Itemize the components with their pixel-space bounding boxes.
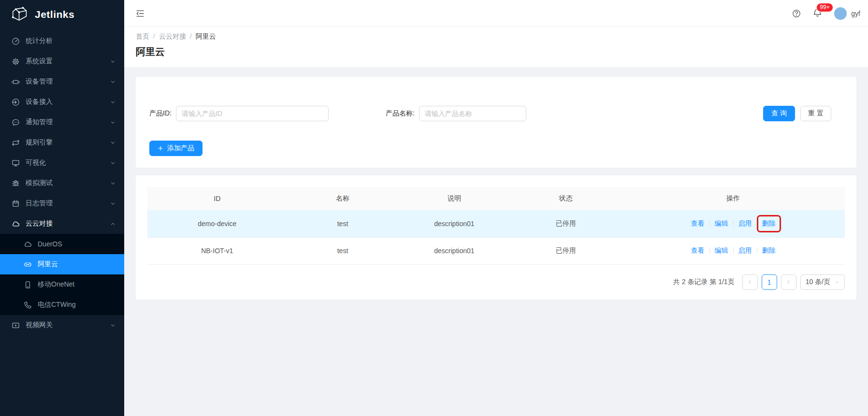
help-icon[interactable] [792, 9, 801, 18]
add-row: 添加产品 [149, 141, 843, 156]
cloud-icon [24, 240, 32, 248]
device-access-icon [12, 98, 20, 106]
menu-fold-icon[interactable] [136, 9, 145, 18]
enable-action-link[interactable]: 启用 [738, 246, 752, 254]
sidebar-item-device-access[interactable]: 设备接入 [0, 92, 124, 112]
sidebar-item-label: 阿里云 [38, 260, 58, 269]
column-header-操作: 操作 [622, 187, 845, 210]
breadcrumb-item-1[interactable]: 首页 [136, 32, 149, 41]
sidebar-item-label: 模拟测试 [26, 179, 53, 187]
breadcrumb-item-3: 阿里云 [196, 32, 216, 41]
devices-icon [12, 78, 20, 86]
cell-id: demo-device [147, 210, 287, 237]
query-button[interactable]: 查 询 [763, 106, 795, 121]
notification-badge: 99+ [816, 3, 833, 12]
reset-button[interactable]: 重 置 [800, 106, 831, 121]
pagination-prev-button[interactable] [742, 274, 758, 290]
pagination-summary: 共 2 条记录 第 1/1页 [673, 278, 735, 287]
edit-action-link[interactable]: 编辑 [715, 219, 728, 227]
product-id-input[interactable] [176, 106, 329, 121]
action-divider [733, 247, 734, 254]
view-action-link[interactable]: 查看 [691, 246, 705, 254]
pagination-page-1[interactable]: 1 [762, 274, 777, 290]
sidebar-item-telecom-ctwing[interactable]: 电信CTWing [0, 295, 124, 315]
cell-status: 已停用 [510, 210, 622, 237]
sidebar-submenu: DuerOS阿里云移动OneNet电信CTWing [0, 234, 124, 315]
action-divider [733, 220, 734, 227]
breadcrumb: 首页/云云对接/阿里云 [136, 32, 856, 41]
cell-actions: 查看编辑启用删除 [622, 210, 845, 237]
sidebar-item-label: 日志管理 [26, 199, 53, 208]
sidebar-menu: 统计分析系统设置设备管理设备接入通知管理规则引擎可视化模拟测试日志管理云云对接D… [0, 31, 124, 416]
search-buttons: 查 询 重 置 [763, 106, 831, 121]
sidebar-item-notification-mgmt[interactable]: 通知管理 [0, 112, 124, 132]
app-logo[interactable]: Jetlinks [0, 0, 124, 27]
message-icon [12, 118, 20, 127]
notification-bell[interactable]: 99+ [813, 8, 822, 19]
cell-description: description01 [398, 237, 510, 264]
chevron-down-icon [110, 181, 116, 186]
sidebar-item-cloud-connect[interactable]: 云云对接 [0, 214, 124, 234]
sidebar-item-label: 设备接入 [26, 98, 53, 106]
avatar [834, 7, 847, 20]
sidebar-item-aliyun[interactable]: 阿里云 [0, 254, 124, 274]
sidebar-item-label: 通知管理 [26, 118, 53, 127]
view-action-link[interactable]: 查看 [691, 219, 705, 227]
sidebar-item-stats-analysis[interactable]: 统计分析 [0, 31, 124, 51]
column-header-说明: 说明 [398, 187, 510, 210]
chevron-down-icon [110, 323, 116, 328]
sidebar-item-simulation-test[interactable]: 模拟测试 [0, 173, 124, 193]
page-size-select[interactable]: 10 条/页 [800, 274, 845, 290]
add-product-button[interactable]: 添加产品 [149, 141, 203, 156]
video-icon [12, 321, 20, 330]
sidebar-item-log-management[interactable]: 日志管理 [0, 193, 124, 214]
username: gyf [851, 10, 860, 17]
chevron-down-icon [110, 140, 116, 145]
enable-action-link[interactable]: 启用 [738, 219, 752, 227]
sidebar-item-visualization[interactable]: 可视化 [0, 153, 124, 173]
sidebar-item-video-gateway[interactable]: 视频网关 [0, 315, 124, 335]
chevron-down-icon [110, 59, 116, 64]
chevron-left-icon [747, 279, 752, 285]
chevron-down-icon [110, 100, 116, 105]
mobile-icon [24, 281, 32, 289]
table-row: demo-devicetestdescription01已停用查看编辑启用删除 [147, 210, 845, 237]
page-header: 首页/云云对接/阿里云 阿里云 [124, 27, 868, 67]
breadcrumb-item-2[interactable]: 云云对接 [159, 32, 186, 41]
monitor-icon [12, 159, 20, 167]
table-header-row: ID名称说明状态操作 [147, 187, 845, 210]
sidebar-item-mobile-onenet[interactable]: 移动OneNet [0, 274, 124, 295]
annotation-highlight-box: 删除 [762, 219, 776, 228]
delete-action-link[interactable]: 删除 [762, 219, 776, 227]
product-name-input[interactable] [419, 106, 526, 121]
app-logo-text: Jetlinks [35, 9, 74, 20]
page-size-value: 10 条/页 [806, 278, 830, 287]
gear-icon [12, 57, 20, 66]
chevron-down-icon [835, 280, 839, 285]
product-table: ID名称说明状态操作 demo-devicetestdescription01已… [147, 187, 845, 265]
user-menu[interactable]: gyf [834, 7, 860, 20]
table-row: NB-IOT-v1testdescription01已停用查看编辑启用删除 [147, 237, 845, 264]
product-id-label: 产品ID: [149, 109, 172, 118]
sidebar-item-device-management[interactable]: 设备管理 [0, 72, 124, 92]
sidebar-item-dueros[interactable]: DuerOS [0, 234, 124, 254]
sidebar-item-rule-engine[interactable]: 规则引擎 [0, 132, 124, 153]
action-divider [709, 220, 710, 227]
cloud-icon [12, 220, 20, 228]
sidebar-item-label: 移动OneNet [38, 280, 74, 289]
link-icon [24, 260, 32, 269]
page-title: 阿里云 [136, 45, 856, 58]
sidebar-item-label: 系统设置 [26, 57, 53, 66]
action-divider [757, 247, 757, 254]
pagination-next-button[interactable] [781, 274, 796, 290]
chevron-down-icon [110, 160, 116, 166]
sidebar: Jetlinks 统计分析系统设置设备管理设备接入通知管理规则引擎可视化模拟测试… [0, 0, 124, 416]
sidebar-item-label: 规则引擎 [26, 138, 53, 147]
breadcrumb-separator: / [153, 32, 155, 41]
edit-action-link[interactable]: 编辑 [715, 246, 728, 254]
delete-action-link[interactable]: 删除 [762, 246, 776, 254]
column-header-名称: 名称 [287, 187, 399, 210]
main-area: 99+ gyf 首页/云云对接/阿里云 阿里云 产品ID: 产品名称: 查 询 … [124, 0, 868, 416]
sidebar-item-system-settings[interactable]: 系统设置 [0, 51, 124, 72]
sidebar-item-label: DuerOS [38, 240, 62, 248]
